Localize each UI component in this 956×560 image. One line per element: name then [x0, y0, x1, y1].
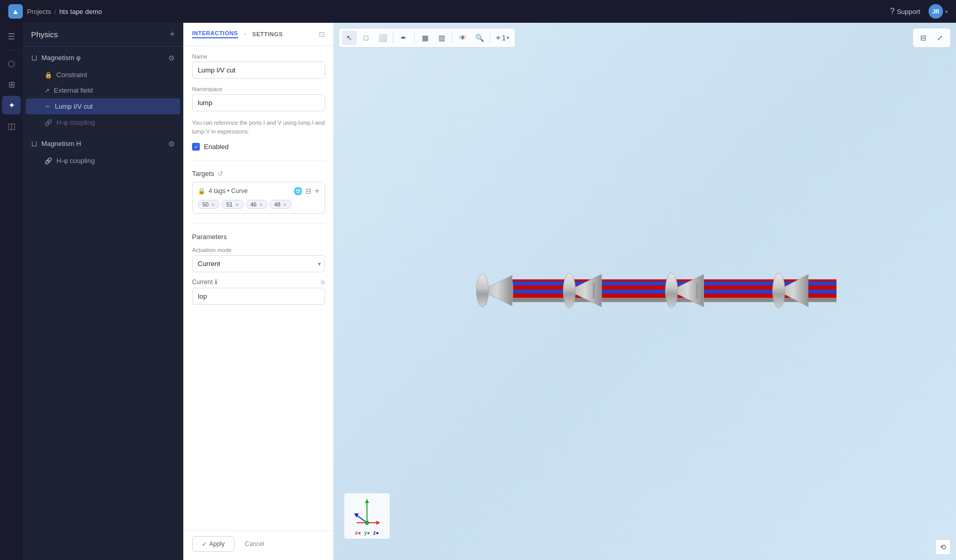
- name-field-group: Name: [192, 53, 325, 79]
- table-view-2-button[interactable]: ▥: [434, 31, 449, 45]
- cursor-tool-button[interactable]: ↖: [342, 31, 357, 45]
- toolbar-separator-3: [452, 33, 452, 43]
- breadcrumb-projects[interactable]: Projects: [27, 8, 51, 16]
- sidebar-item-h-phi-coupling-phi[interactable]: 🔗 H-φ coupling: [26, 115, 180, 130]
- user-menu[interactable]: JR ▾: [929, 4, 948, 19]
- params-label: Parameters: [192, 233, 325, 241]
- physics-group-h-settings-icon[interactable]: ⚙: [168, 140, 175, 148]
- sidebar-item-mesh[interactable]: ⊞: [2, 75, 21, 94]
- axes-labels: x● y● z●: [355, 530, 379, 536]
- svg-rect-26: [696, 283, 698, 299]
- name-input[interactable]: [192, 62, 325, 79]
- breadcrumb-separator: /: [54, 8, 56, 16]
- target-item-header: 🔒 4 tags • Curve 🌐 ⊟ +: [198, 186, 319, 196]
- axes-svg: [351, 497, 383, 528]
- interaction-panel: INTERACTIONS • SETTINGS ⊡ Name Namespace…: [183, 23, 333, 560]
- apply-button[interactable]: ✓ Apply: [192, 536, 234, 552]
- link-icon: 🔗: [45, 119, 52, 126]
- targets-refresh-icon[interactable]: ↺: [217, 170, 223, 178]
- sidebar-item-menu[interactable]: ☰: [2, 27, 21, 46]
- tab-settings[interactable]: SETTINGS: [252, 31, 283, 37]
- rect-select-button[interactable]: □: [359, 31, 373, 45]
- svg-point-28: [772, 273, 785, 308]
- cancel-button[interactable]: Cancel: [239, 537, 270, 551]
- axes-widget: x● y● z●: [344, 493, 390, 539]
- zoom-button[interactable]: 👁 1 ▾: [493, 31, 512, 45]
- x-axis-label: x●: [355, 530, 361, 536]
- sidebar-item-constraint[interactable]: 🔒 Constraint: [26, 67, 180, 82]
- info-text: You can reference the ports I and V usin…: [192, 119, 325, 136]
- sidebar-item-physics[interactable]: ✦: [2, 96, 21, 114]
- link-icon-2: 🔗: [45, 157, 52, 165]
- svg-rect-35: [808, 298, 836, 302]
- support-circle-icon: ?: [890, 7, 895, 16]
- sidebar-item-external-field[interactable]: ↗ External field: [26, 83, 180, 98]
- target-add-icon[interactable]: +: [315, 186, 319, 196]
- sidebar-item-lump-iv-cut[interactable]: ～ Lump I/V cut: [26, 98, 180, 114]
- target-item: 🔒 4 tags • Curve 🌐 ⊟ + 50 ✕: [192, 182, 325, 214]
- viewport-right-toolbar: ⊟ ⤢: [913, 28, 951, 48]
- current-info-icon[interactable]: ℹ: [215, 278, 217, 286]
- zoom-dropdown-icon: ▾: [507, 35, 509, 40]
- rect-deselect-button[interactable]: ⬜: [375, 31, 390, 45]
- toolbar-separator-2: [414, 33, 415, 43]
- tag-remove-48[interactable]: ✕: [283, 202, 287, 208]
- enabled-checkbox[interactable]: ✓: [192, 143, 200, 151]
- sidebar-item-results[interactable]: ◫: [2, 116, 21, 135]
- breadcrumb-current: hts tape demo: [60, 8, 102, 16]
- magnetism-h-label: Magnetism H: [41, 140, 81, 148]
- eye-show-button[interactable]: 🔍: [472, 31, 487, 45]
- viewport-corner-button[interactable]: ⟲: [935, 539, 951, 555]
- z-axis-label: z●: [373, 530, 379, 536]
- eye-hide-button[interactable]: 👁: [455, 31, 470, 45]
- svg-point-25: [665, 273, 678, 308]
- physics-group-magnetism-phi: ⊔ Magnetism φ ⚙: [23, 49, 183, 67]
- arrow-icon: ↗: [45, 87, 50, 94]
- name-label: Name: [192, 53, 325, 60]
- sidebar-item-h-phi-coupling[interactable]: 🔗 H-φ coupling: [26, 153, 180, 168]
- view-mode-icon: ⊟: [920, 34, 926, 42]
- table-view-1-button[interactable]: ▦: [418, 31, 432, 45]
- current-input[interactable]: [192, 288, 325, 305]
- magnetism-phi-label: Magnetism φ: [41, 54, 81, 62]
- avatar: JR: [929, 4, 943, 19]
- current-label: Current ℹ: [192, 278, 217, 286]
- target-filter-icon[interactable]: ⊟: [305, 187, 312, 195]
- viewport: ↖ □ ⬜ ✒ ▦ ▥ 👁 🔍: [333, 23, 956, 560]
- tag-remove-50[interactable]: ✕: [211, 202, 215, 208]
- physics-add-button[interactable]: +: [169, 29, 175, 40]
- target-lock-icon: 🔒: [198, 187, 205, 195]
- viewport-toolbar: ↖ □ ⬜ ✒ ▦ ▥ 👁 🔍: [339, 28, 516, 48]
- svg-marker-39: [376, 521, 380, 525]
- sidebar-item-geometry[interactable]: ⬡: [2, 54, 21, 73]
- app-logo[interactable]: ▲: [8, 4, 23, 19]
- svg-rect-8: [511, 283, 513, 299]
- zoom-icon: 👁: [496, 35, 501, 41]
- toolbar-separator-4: [490, 33, 490, 43]
- topbar-left: ▲ Projects / hts tape demo: [8, 4, 102, 19]
- enabled-checkbox-row[interactable]: ✓ Enabled: [192, 143, 325, 151]
- svg-rect-14: [594, 298, 696, 302]
- tag-remove-46[interactable]: ✕: [259, 202, 263, 208]
- expand-button[interactable]: ⤢: [933, 31, 947, 45]
- namespace-input[interactable]: [192, 94, 325, 111]
- tag-remove-51[interactable]: ✕: [235, 202, 239, 208]
- physics-header: Physics +: [23, 23, 183, 47]
- tab-interactions[interactable]: INTERACTIONS: [192, 30, 238, 38]
- view-mode-button[interactable]: ⊟: [916, 31, 931, 45]
- section-divider-2: [192, 223, 325, 224]
- lasso-button[interactable]: ✒: [396, 31, 411, 45]
- support-button[interactable]: ? Support: [890, 7, 920, 16]
- eye-show-icon: 🔍: [475, 34, 484, 42]
- panel-close-button[interactable]: ⊡: [319, 30, 325, 38]
- svg-marker-41: [354, 513, 359, 518]
- lasso-icon: ✒: [401, 34, 407, 42]
- magnetism-h-icon: ⊔: [31, 139, 37, 149]
- tag-pill-51: 51 ✕: [222, 200, 243, 209]
- fx-button[interactable]: fx: [320, 279, 325, 285]
- params-section: Parameters Actuation mode Current Voltag…: [192, 233, 325, 305]
- physics-group-settings-icon[interactable]: ⚙: [168, 54, 175, 62]
- tag-pill-46: 46 ✕: [246, 200, 268, 209]
- actuation-mode-select[interactable]: Current Voltage Power: [192, 255, 325, 272]
- target-globe-icon[interactable]: 🌐: [293, 187, 302, 195]
